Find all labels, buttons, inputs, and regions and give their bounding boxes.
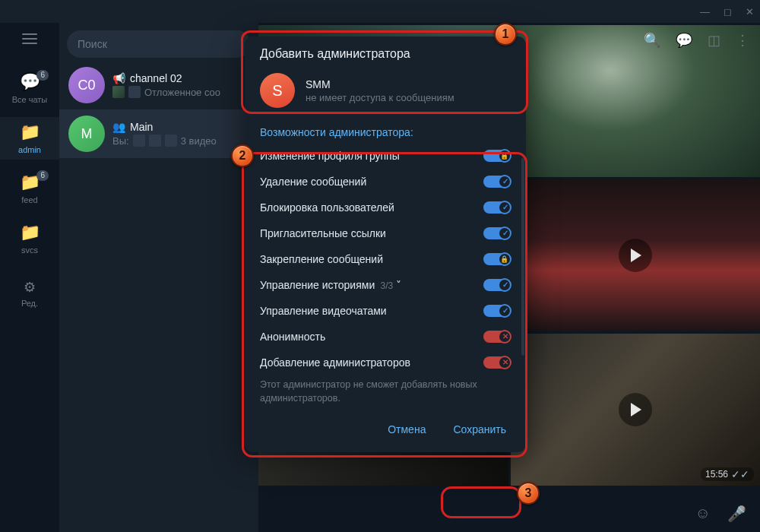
- window-titlebar: — ◻ ✕: [0, 0, 760, 23]
- dialog-title: Добавить администратора: [245, 47, 526, 68]
- folder-edit[interactable]: ⚙ Ред.: [0, 272, 59, 315]
- comments-icon[interactable]: 💬: [676, 32, 692, 49]
- permission-count: 3/3: [378, 280, 395, 291]
- folder-label: Все чаты: [12, 95, 48, 104]
- permission-toggle[interactable]: [483, 356, 511, 369]
- permission-row: Удаление сообщений: [245, 169, 526, 195]
- permission-label: Блокировка пользователей: [260, 201, 394, 214]
- message-time: 15:56✓✓: [701, 467, 754, 481]
- header-actions: 🔍 💬 ◫ ⋮: [644, 32, 749, 49]
- chat-preview-text: 3 видео: [181, 135, 217, 147]
- selected-user-row[interactable]: S SMM не имеет доступа к сообщениям: [245, 68, 526, 119]
- search-icon[interactable]: 🔍: [644, 32, 660, 49]
- user-name: SMM: [306, 78, 454, 90]
- permission-label: Управление видеочатами: [260, 305, 387, 317]
- composer-actions: ☺ 🎤: [695, 505, 746, 523]
- folder-admin[interactable]: 📁 admin: [0, 117, 59, 160]
- read-checks-icon: ✓✓: [731, 468, 749, 480]
- user-status: не имеет доступа к сообщениям: [306, 92, 454, 103]
- thumb-icon: [149, 135, 161, 147]
- permission-toggle[interactable]: [483, 253, 511, 265]
- permission-label: Добавление администраторов: [260, 356, 410, 369]
- search-input[interactable]: Поиск: [67, 30, 251, 58]
- cross-icon: [502, 358, 508, 366]
- permission-label: Удаление сообщений: [260, 176, 366, 188]
- permissions-hint: Этот администратор не сможет добавлять н…: [245, 375, 526, 413]
- chat-list: Поиск C0 📢channel 02 Отложенное соо M 👥M…: [59, 23, 258, 532]
- permission-row: Управление историями 3/3 ˅: [245, 272, 526, 298]
- permission-label: Пригласительные ссылки: [260, 227, 386, 239]
- chat-meta: 👥Main Вы: 3 видео: [112, 121, 249, 147]
- avatar: M: [68, 116, 105, 152]
- more-icon[interactable]: ⋮: [736, 32, 749, 49]
- folder-icon: 📁: [20, 223, 40, 242]
- folder-label: admin: [18, 145, 41, 154]
- folder-feed[interactable]: 📁 6 feed: [0, 167, 59, 210]
- thumb-icon: [133, 135, 145, 147]
- sidepanel-icon[interactable]: ◫: [708, 32, 720, 49]
- mic-icon[interactable]: 🎤: [727, 505, 746, 523]
- permission-toggle[interactable]: [483, 227, 511, 239]
- folder-icon: 📁: [20, 122, 40, 142]
- permission-row: Анонимность: [245, 324, 526, 350]
- media-tile[interactable]: 15:56✓✓: [511, 334, 761, 486]
- check-icon: [502, 229, 508, 237]
- folder-label: svcs: [21, 245, 38, 255]
- permission-toggle[interactable]: [483, 150, 511, 162]
- folder-all-chats[interactable]: 💬 6 Все чаты: [0, 67, 59, 109]
- media-tile[interactable]: [511, 179, 761, 331]
- permission-toggle[interactable]: [483, 279, 511, 291]
- chat-item-main[interactable]: M 👥Main Вы: 3 видео: [59, 109, 258, 158]
- add-admin-dialog: Добавить администратора S SMM не имеет д…: [245, 36, 526, 452]
- chat-name-text: Main: [130, 121, 153, 133]
- lock-icon: [500, 151, 508, 160]
- thumb-icon: [112, 86, 125, 98]
- scrollbar-thumb[interactable]: [521, 158, 524, 356]
- permission-toggle[interactable]: [483, 201, 511, 214]
- callout-number-1: 1: [494, 23, 517, 46]
- search-placeholder: Поиск: [78, 38, 107, 50]
- permission-label: Изменение профиля группы: [260, 150, 400, 162]
- cancel-button[interactable]: Отмена: [377, 417, 436, 442]
- folder-badge: 6: [36, 70, 49, 81]
- folder-label: Ред.: [21, 299, 38, 308]
- permission-row: Добавление администраторов: [245, 350, 526, 375]
- folder-svcs[interactable]: 📁 svcs: [0, 217, 59, 260]
- window-close-button[interactable]: ✕: [746, 6, 754, 17]
- permission-toggle[interactable]: [483, 331, 511, 343]
- megaphone-icon: 📢: [112, 72, 125, 84]
- sliders-icon: ⚙: [24, 279, 36, 296]
- check-icon: [502, 203, 508, 211]
- callout-number-3: 3: [517, 482, 540, 505]
- avatar: C0: [68, 67, 105, 103]
- folder-label: feed: [21, 195, 37, 204]
- chat-name-text: channel 02: [130, 72, 182, 84]
- chat-preview-prefix: Вы:: [112, 135, 129, 147]
- cross-icon: [502, 332, 508, 340]
- menu-icon[interactable]: [21, 32, 39, 46]
- save-button[interactable]: Сохранить: [442, 417, 517, 442]
- permission-row: Пригласительные ссылки: [245, 220, 526, 246]
- emoji-icon[interactable]: ☺: [695, 505, 711, 523]
- window-minimize-button[interactable]: —: [700, 6, 710, 17]
- play-icon: [619, 393, 652, 426]
- permission-toggle[interactable]: [483, 176, 511, 188]
- permission-toggle[interactable]: [483, 305, 511, 317]
- chat-item-channel02[interactable]: C0 📢channel 02 Отложенное соо: [59, 61, 258, 109]
- permission-row: Управление видеочатами: [245, 298, 526, 324]
- permission-row: Изменение профиля группы: [245, 143, 526, 169]
- permissions-title: Возможности администратора:: [245, 119, 526, 143]
- permission-label: Анонимность: [260, 331, 325, 343]
- window-maximize-button[interactable]: ◻: [724, 6, 732, 17]
- check-icon: [502, 306, 508, 315]
- play-icon: [619, 239, 652, 272]
- folder-badge: 6: [36, 170, 49, 181]
- dialog-buttons: Отмена Сохранить: [245, 413, 526, 446]
- avatar: S: [260, 73, 295, 108]
- callout-number-2: 2: [231, 144, 254, 167]
- permission-label: Закрепление сообщений: [260, 253, 383, 265]
- thumb-icon: [128, 86, 141, 98]
- group-icon: 👥: [112, 121, 125, 133]
- chevron-down-icon[interactable]: ˅: [396, 279, 401, 291]
- thumb-icon: [165, 135, 177, 147]
